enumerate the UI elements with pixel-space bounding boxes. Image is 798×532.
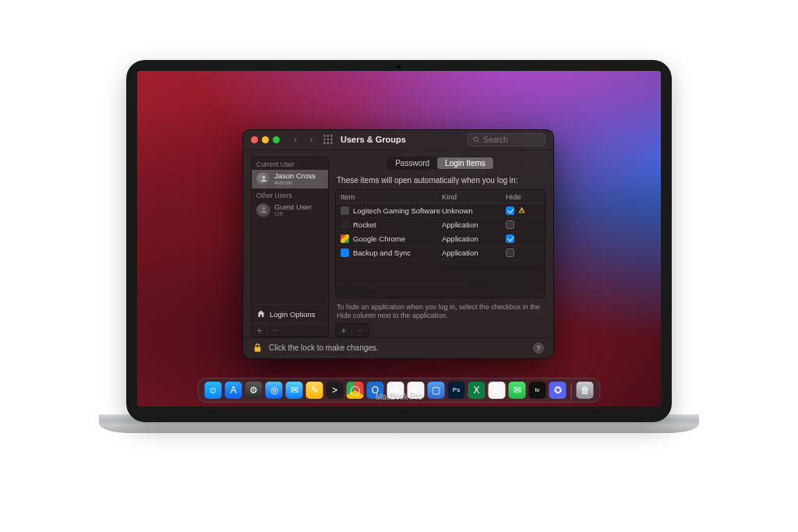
app-icon bbox=[341, 220, 349, 229]
user-role: Admin bbox=[274, 180, 316, 186]
nav: ‹ › bbox=[289, 133, 317, 146]
app-icon bbox=[341, 248, 349, 257]
sidebar-user-guest[interactable]: Guest User Off bbox=[252, 201, 328, 220]
table-row[interactable]: Google ChromeApplication bbox=[336, 232, 545, 246]
grid-icon bbox=[323, 134, 334, 145]
item-cell: Google Chrome bbox=[341, 234, 442, 243]
desktop[interactable]: ‹ › Users & Groups Search Current User bbox=[137, 71, 661, 407]
person-icon bbox=[260, 174, 268, 183]
help-button[interactable]: ? bbox=[533, 343, 544, 354]
col-item: Item bbox=[341, 192, 442, 201]
forward-button[interactable]: › bbox=[305, 133, 317, 146]
window-title: Users & Groups bbox=[341, 135, 406, 144]
sidebar-header-current: Current User bbox=[252, 157, 328, 170]
window-controls bbox=[251, 136, 280, 143]
lock-bar: Click the lock to make changes. ? bbox=[243, 337, 553, 358]
sidebar-footer: ＋ − bbox=[252, 323, 328, 336]
hide-checkbox[interactable] bbox=[506, 206, 514, 215]
login-items-table: Item Kind Hide Logitech Gaming SoftwareU… bbox=[335, 189, 546, 298]
warning-icon bbox=[517, 206, 526, 214]
item-name: Backup and Sync bbox=[353, 248, 411, 257]
macbook-frame: ‹ › Users & Groups Search Current User bbox=[99, 60, 699, 473]
kind-cell: Application bbox=[442, 234, 506, 243]
screen-bezel: ‹ › Users & Groups Search Current User bbox=[126, 60, 672, 422]
item-cell: Logitech Gaming Software bbox=[341, 206, 442, 215]
kind-cell: Application bbox=[442, 220, 506, 229]
users-groups-window: ‹ › Users & Groups Search Current User bbox=[242, 129, 554, 359]
table-row bbox=[336, 285, 545, 298]
hint-text: To hide an application when you log in, … bbox=[337, 303, 544, 321]
app-icon bbox=[341, 234, 349, 243]
table-row bbox=[336, 260, 545, 273]
show-all-button[interactable] bbox=[322, 133, 334, 146]
kind-cell: Application bbox=[442, 248, 506, 257]
item-name: Rocket bbox=[353, 220, 376, 229]
hide-checkbox[interactable] bbox=[506, 248, 514, 257]
home-icon bbox=[256, 309, 266, 319]
lock-icon[interactable] bbox=[252, 342, 263, 354]
avatar bbox=[256, 203, 270, 217]
titlebar: ‹ › Users & Groups Search bbox=[243, 130, 553, 150]
person-icon bbox=[260, 206, 268, 214]
kind-cell: Unknown bbox=[442, 206, 506, 215]
back-button[interactable]: ‹ bbox=[289, 133, 302, 146]
item-cell: Backup and Sync bbox=[341, 248, 442, 257]
hide-checkbox[interactable] bbox=[506, 220, 514, 229]
search-field[interactable]: Search bbox=[468, 133, 546, 146]
add-remove-controls: ＋ − bbox=[335, 323, 369, 337]
remove-user-button[interactable]: − bbox=[267, 324, 283, 336]
item-name: Google Chrome bbox=[353, 234, 405, 243]
lock-text: Click the lock to make changes. bbox=[269, 344, 379, 352]
users-sidebar: Current User Jason Cross Admin Other Use… bbox=[251, 157, 329, 338]
item-name: Logitech Gaming Software bbox=[353, 206, 440, 215]
avatar bbox=[256, 172, 270, 186]
sidebar-header-other: Other Users bbox=[252, 188, 328, 201]
table-row[interactable]: Backup and SyncApplication bbox=[336, 246, 545, 260]
search-placeholder: Search bbox=[483, 136, 508, 144]
tabs: Password Login Items bbox=[387, 157, 494, 170]
user-role: Off bbox=[274, 211, 312, 217]
close-button[interactable] bbox=[251, 136, 258, 143]
camera bbox=[397, 65, 401, 69]
app-icon bbox=[341, 206, 349, 215]
search-icon bbox=[473, 136, 480, 143]
table-row[interactable]: RocketApplication bbox=[336, 218, 545, 232]
hide-checkbox[interactable] bbox=[506, 234, 514, 243]
col-kind: Kind bbox=[442, 192, 506, 201]
zoom-button[interactable] bbox=[273, 136, 280, 143]
login-options-button[interactable]: Login Options bbox=[252, 304, 328, 323]
table-row[interactable]: Logitech Gaming SoftwareUnknown bbox=[336, 204, 545, 218]
login-options-label: Login Options bbox=[270, 310, 316, 319]
section-heading: These items will open automatically when… bbox=[337, 176, 546, 185]
tab-password[interactable]: Password bbox=[387, 157, 437, 169]
sidebar-user-current[interactable]: Jason Cross Admin bbox=[252, 170, 328, 188]
table-row bbox=[336, 273, 545, 285]
device-label: MacBook Pro bbox=[137, 393, 661, 401]
tab-login-items[interactable]: Login Items bbox=[437, 157, 493, 169]
col-hide: Hide bbox=[506, 192, 540, 201]
item-cell: Rocket bbox=[341, 220, 442, 229]
add-item-button[interactable]: ＋ bbox=[336, 324, 352, 336]
table-header: Item Kind Hide bbox=[336, 190, 545, 204]
remove-item-button[interactable]: − bbox=[352, 324, 369, 336]
minimize-button[interactable] bbox=[262, 136, 269, 143]
add-user-button[interactable]: ＋ bbox=[252, 324, 267, 336]
main-panel: Password Login Items These items will op… bbox=[335, 157, 546, 338]
